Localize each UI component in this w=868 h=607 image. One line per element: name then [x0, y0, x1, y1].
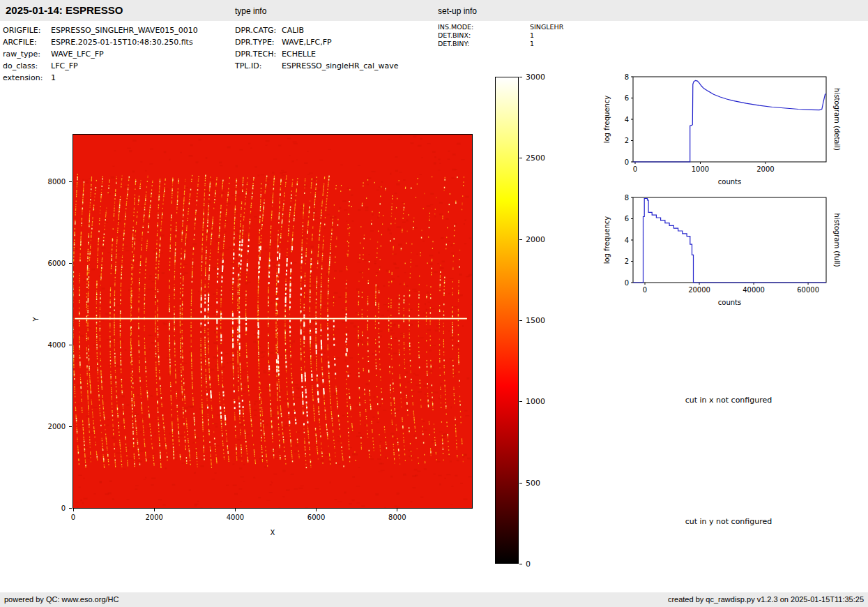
setup-info-heading: set-up info: [438, 6, 477, 16]
info-row-dprcatg: DPR.CATG: CALIB: [235, 24, 399, 36]
footer-credit-left: powered by QC: www.eso.org/HC: [4, 595, 119, 604]
axis-tick: [73, 509, 74, 511]
info-value: CALIB: [282, 24, 304, 36]
info-row-doclass: do_class: LFC_FP: [3, 60, 198, 72]
axis-tick: [69, 508, 72, 509]
tick-label: 20000: [688, 286, 710, 294]
histogram-detail-chart: 01000200002468countslog frequencyhistogr…: [600, 71, 845, 191]
info-value: 1: [530, 31, 534, 40]
info-label: ARCFILE:: [3, 36, 51, 48]
info-label: DPR.TECH:: [235, 48, 282, 60]
type-info-block: DPR.CATG: CALIB DPR.TYPE: WAVE,LFC,FP DP…: [235, 24, 399, 72]
colorbar-tick: [519, 239, 522, 240]
info-label: TPL.ID:: [235, 60, 282, 72]
plot-area: [633, 77, 826, 162]
info-row-dprtype: DPR.TYPE: WAVE,LFC,FP: [235, 36, 399, 48]
axis-tick: [69, 426, 72, 427]
info-label: raw_type:: [3, 48, 51, 60]
cut-y-message: cut in y not configured: [638, 517, 819, 526]
tick-label: 4000: [221, 514, 249, 521]
tick-label: 6: [625, 215, 629, 223]
tick-label: 0: [61, 504, 66, 512]
info-label: DET.BINY:: [438, 40, 530, 48]
tick-label: 40000: [743, 286, 765, 294]
tick-label: 0: [643, 286, 647, 294]
tick-label: 0: [59, 514, 87, 521]
main-x-ticks: 02000400060008000: [73, 509, 472, 525]
tick-label: 4000: [48, 341, 66, 349]
info-value: ECHELLE: [282, 48, 316, 60]
colorbar-tick-label: 2000: [526, 234, 545, 243]
tick-label: 6: [625, 94, 629, 102]
tick-label: 6000: [48, 260, 66, 267]
axis-tick: [154, 509, 155, 511]
setup-info-block: INS.MODE: SINGLEHR DET.BINX: 1 DET.BINY:…: [438, 23, 563, 48]
axis-tick: [316, 509, 317, 511]
info-label: DPR.CATG:: [235, 24, 282, 36]
info-row-rawtype: raw_type: WAVE_LFC_FP: [3, 48, 198, 60]
tick-label: 4: [625, 116, 629, 123]
info-value: ESPRESSO_SINGLEHR_WAVE015_0010: [51, 24, 198, 36]
header-bar: 2025-01-14: ESPRESSO type info set-up in…: [0, 0, 868, 21]
info-row-extension: extension: 1: [3, 72, 198, 84]
info-row-tplid: TPL.ID: ESPRESSO_singleHR_cal_wave: [235, 60, 399, 72]
info-row-arcfile: ARCFILE: ESPRE.2025-01-15T10:48:30.250.f…: [3, 36, 198, 48]
y-axis-label: log frequency: [603, 96, 611, 144]
main-x-axis-label: X: [73, 529, 473, 537]
tick-label: 2000: [140, 514, 168, 521]
tick-label: 0: [625, 279, 629, 287]
info-label: do_class:: [3, 60, 51, 72]
raw-frame-canvas: [73, 135, 472, 508]
tick-label: 0: [625, 158, 629, 166]
plot-area: [633, 197, 826, 283]
tick-label: 8: [625, 73, 629, 81]
file-info-block: ORIGFILE: ESPRESSO_SINGLEHR_WAVE015_0010…: [3, 24, 198, 84]
tick-label: 2000: [756, 165, 774, 173]
colorbar-tick: [519, 320, 522, 321]
tick-label: 4: [625, 237, 629, 244]
info-row-origfile: ORIGFILE: ESPRESSO_SINGLEHR_WAVE015_0010: [3, 24, 198, 36]
info-label: INS.MODE:: [438, 23, 530, 31]
axis-tick: [69, 181, 72, 182]
tick-label: 2: [625, 257, 629, 265]
colorbar-tick-label: 0: [526, 560, 531, 569]
colorbar-tick-label: 1000: [526, 397, 545, 406]
main-y-ticks: 02000400060008000: [38, 135, 72, 508]
tick-label: 8000: [383, 514, 411, 521]
info-value: ESPRESSO_singleHR_cal_wave: [282, 60, 399, 72]
info-value: 1: [51, 72, 56, 84]
colorbar-tick: [519, 77, 522, 77]
info-value: WAVE,LFC,FP: [282, 36, 332, 48]
colorbar-tick-label: 500: [526, 478, 540, 487]
info-value: WAVE_LFC_FP: [51, 48, 104, 60]
x-axis-label: counts: [718, 178, 741, 186]
info-label: extension:: [3, 72, 51, 84]
raw-frame-plot: [73, 134, 473, 509]
info-value: SINGLEHR: [530, 23, 563, 31]
tick-label: 1000: [692, 165, 709, 173]
colorbar-tick: [519, 564, 522, 564]
type-info-heading: type info: [235, 6, 266, 16]
axis-tick: [397, 509, 397, 511]
info-row-detbinx: DET.BINX: 1: [438, 31, 563, 40]
tick-label: 8000: [48, 178, 66, 186]
x-axis-label: counts: [718, 299, 741, 306]
page-title: 2025-01-14: ESPRESSO: [6, 4, 123, 16]
info-row-dprtech: DPR.TECH: ECHELLE: [235, 48, 399, 60]
tick-label: 60000: [797, 286, 819, 294]
histogram-full-chart: 020000400006000002468countslog frequency…: [600, 192, 845, 312]
tick-label: 2000: [48, 423, 66, 430]
cut-x-message: cut in x not configured: [638, 396, 819, 405]
info-row-insmode: INS.MODE: SINGLEHR: [438, 23, 563, 31]
qc-report-page: 2025-01-14: ESPRESSO type info set-up in…: [0, 0, 868, 607]
side-label: histogram (full): [833, 213, 841, 267]
info-row-detbiny: DET.BINY: 1: [438, 40, 563, 48]
info-label: ORIGFILE:: [3, 24, 51, 36]
colorbar: [495, 77, 519, 564]
info-label: DET.BINX:: [438, 31, 530, 40]
tick-label: 2: [625, 137, 629, 144]
colorbar-tick-label: 1500: [526, 316, 545, 325]
colorbar-ticks: 050010001500200025003000: [519, 77, 561, 564]
colorbar-tick: [519, 401, 522, 402]
footer-credit-right: created by qc_rawdisp.py v1.2.3 on 2025-…: [668, 595, 864, 604]
